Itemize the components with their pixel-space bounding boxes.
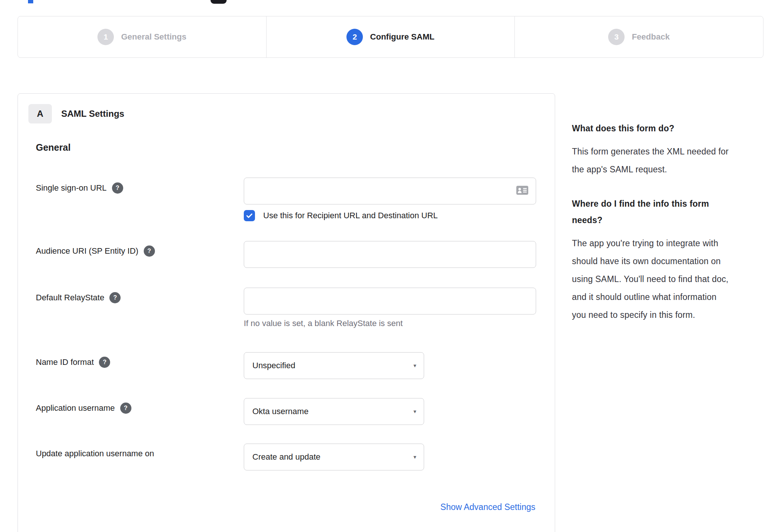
help-heading: What does this form do? [572,120,732,137]
update-username-value: Create and update [252,452,320,462]
help-heading: Where do I find the info this form needs… [572,195,732,228]
name-id-format-select[interactable]: Unspecified ▾ [244,352,424,379]
step-number-badge: 1 [97,29,114,45]
help-body: The app you're trying to integrate with … [572,234,732,324]
contact-card-icon[interactable] [516,185,529,197]
app-username-select[interactable]: Okta username ▾ [244,398,424,425]
cutoff-dark-tab [211,0,227,4]
help-section-where: Where do I find the info this form needs… [572,195,732,324]
general-section-heading: General [36,142,71,153]
chevron-down-icon: ▾ [413,408,416,415]
help-icon[interactable]: ? [112,182,123,194]
help-icon[interactable]: ? [144,245,155,257]
help-section-what: What does this form do? This form genera… [572,120,732,178]
chevron-down-icon: ▾ [413,454,416,460]
help-icon[interactable]: ? [99,357,110,368]
step-configure-saml[interactable]: 2 Configure SAML [266,16,515,57]
recipient-url-checkbox-label[interactable]: Use this for Recipient URL and Destinati… [263,211,438,220]
show-advanced-settings-link[interactable]: Show Advanced Settings [441,502,535,512]
help-icon[interactable]: ? [120,403,131,414]
help-sidebar: What does this form do? This form genera… [572,120,732,324]
step-general-settings[interactable]: 1 General Settings [18,16,266,57]
name-id-format-label: Name ID format [36,357,94,367]
step-number-badge: 2 [346,29,363,45]
step-label: General Settings [121,32,186,42]
step-feedback[interactable]: 3 Feedback [514,16,763,57]
help-body: This form generates the XML needed for t… [572,143,732,178]
update-username-label-row: Update application username on [36,448,154,459]
step-label: Configure SAML [370,32,434,42]
panel-title: SAML Settings [61,104,124,123]
audience-uri-input[interactable] [244,241,536,268]
sso-url-label-row: Single sign-on URL ? [36,182,123,194]
name-id-format-label-row: Name ID format ? [36,357,110,368]
relaystate-helper-text: If no value is set, a blank RelayState i… [244,319,403,328]
app-username-label: Application username [36,403,115,413]
step-number-badge: 3 [608,29,625,45]
update-username-label: Update application username on [36,449,154,459]
step-label: Feedback [632,32,670,42]
relaystate-label: Default RelayState [36,293,104,303]
sso-url-input[interactable] [244,178,536,204]
sso-url-label: Single sign-on URL [36,183,107,193]
check-icon [245,212,253,220]
name-id-format-value: Unspecified [252,361,295,370]
cutoff-blue-mark [28,0,33,3]
audience-uri-label: Audience URI (SP Entity ID) [36,246,139,256]
relaystate-label-row: Default RelayState ? [36,292,121,303]
relaystate-input[interactable] [244,288,536,314]
update-username-select[interactable]: Create and update ▾ [244,444,424,470]
recipient-url-checkbox[interactable] [244,210,255,221]
sso-url-input-wrap [244,178,536,204]
section-a-badge: A [28,104,52,123]
audience-uri-label-row: Audience URI (SP Entity ID) ? [36,245,155,257]
saml-settings-panel: A SAML Settings General Single sign-on U… [18,93,555,532]
help-icon[interactable]: ? [109,292,121,303]
chevron-down-icon: ▾ [413,362,416,369]
app-username-label-row: Application username ? [36,403,131,414]
wizard-stepper: 1 General Settings 2 Configure SAML 3 Fe… [18,16,763,58]
app-username-value: Okta username [252,407,308,416]
